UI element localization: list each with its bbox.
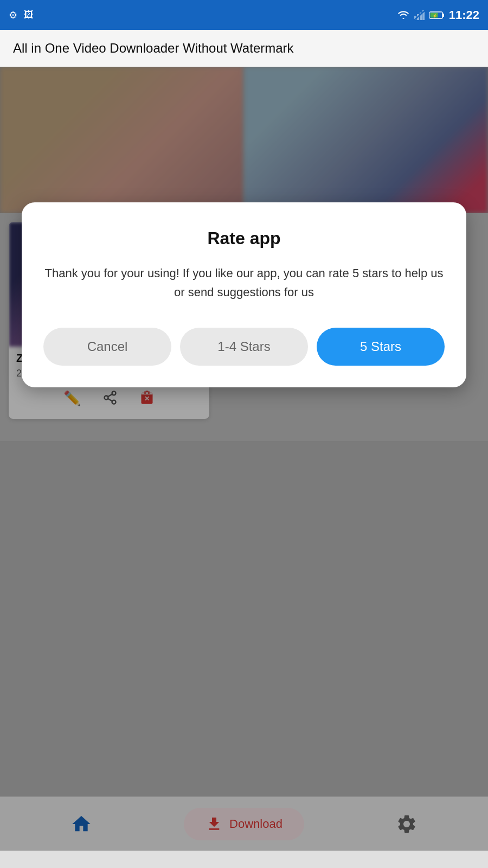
status-bar: ⚙ 🖼 ⚡ 11:22 [0, 0, 488, 30]
rate-app-dialog: Rate app Thank you for your using! If yo… [22, 202, 466, 387]
app-header: All in One Video Downloader Without Wate… [0, 30, 488, 67]
wifi-icon [397, 10, 410, 20]
svg-text:⚡: ⚡ [432, 13, 438, 18]
modal-overlay [0, 67, 488, 851]
status-bar-left: ⚙ 🖼 [9, 9, 34, 21]
dialog-title: Rate app [43, 228, 445, 248]
status-time: 11:22 [449, 8, 479, 22]
low-stars-button[interactable]: 1-4 Stars [180, 328, 308, 366]
signal-icon [414, 10, 425, 20]
high-stars-button[interactable]: 5 Stars [317, 328, 445, 366]
cancel-button[interactable]: Cancel [43, 328, 171, 366]
svg-rect-6 [442, 14, 444, 17]
dialog-buttons: Cancel 1-4 Stars 5 Stars [43, 328, 445, 366]
battery-icon: ⚡ [429, 11, 445, 20]
app-title: All in One Video Downloader Without Wate… [13, 41, 294, 55]
settings-status-icon: ⚙ [9, 9, 17, 21]
image-status-icon: 🖼 [24, 9, 34, 21]
main-content: Rate app Thank you for your using! If yo… [0, 67, 488, 851]
dialog-message: Thank you for your using! If you like ou… [43, 264, 445, 302]
status-bar-right: ⚡ 11:22 [397, 8, 479, 22]
